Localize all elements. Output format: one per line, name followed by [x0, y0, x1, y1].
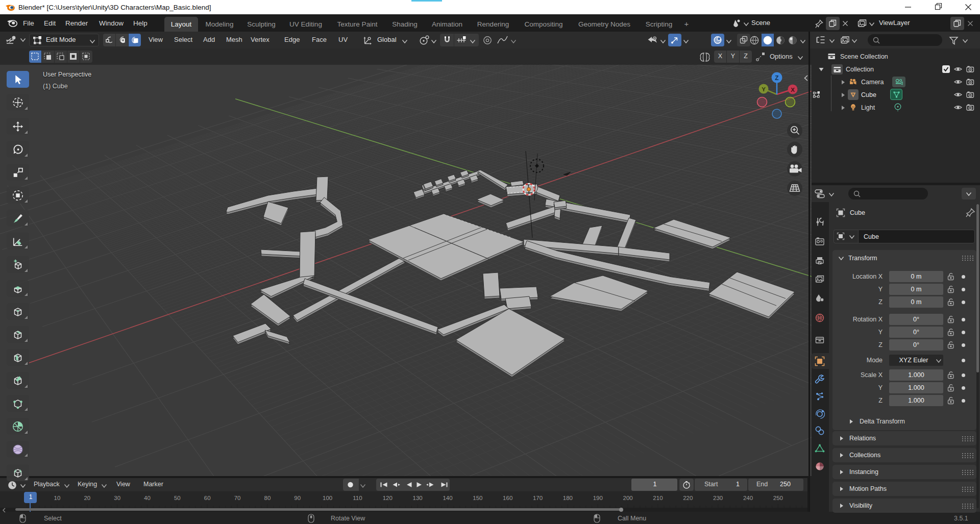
svg-text:X: X — [791, 87, 795, 93]
svg-text:Z: Z — [775, 74, 778, 82]
svg-text:Y: Y — [762, 86, 766, 92]
